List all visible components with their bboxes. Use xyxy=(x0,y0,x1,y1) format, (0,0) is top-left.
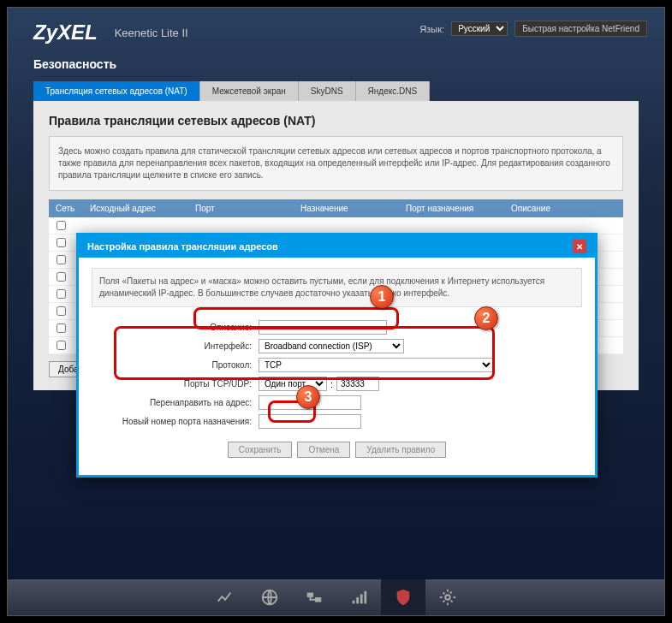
nav-monitor-icon[interactable] xyxy=(203,579,247,615)
tabs: Трансляция сетевых адресов (NAT) Межсете… xyxy=(33,81,639,101)
desc-input[interactable] xyxy=(259,320,387,335)
redirect-label: Перенаправить на адрес: xyxy=(92,398,259,407)
row-checkbox[interactable] xyxy=(56,289,67,299)
row-checkbox[interactable] xyxy=(56,341,67,350)
row-checkbox[interactable] xyxy=(56,306,67,316)
modal-title: Настройка правила трансляции адресов xyxy=(87,241,278,252)
row-checkbox[interactable] xyxy=(56,323,67,333)
nat-rule-modal: Настройка правила трансляции адресов ✕ П… xyxy=(76,233,598,478)
col-destport: Порт назначения xyxy=(406,204,511,213)
nav-network-icon[interactable] xyxy=(292,579,336,615)
logo: ZyXEL xyxy=(33,21,98,44)
desc-label: Описание: xyxy=(92,323,259,332)
row-checkbox[interactable] xyxy=(56,221,67,230)
panel-title: Правила трансляции сетевых адресов (NAT) xyxy=(49,114,623,128)
nav-globe-icon[interactable] xyxy=(247,579,292,615)
annotation-badge-2: 2 xyxy=(474,306,498,330)
tab-firewall[interactable]: Межсетевой экран xyxy=(200,81,299,101)
panel-info: Здесь можно создать правила для статичес… xyxy=(49,136,623,191)
protocol-select[interactable]: TCP xyxy=(259,358,494,372)
tab-nat[interactable]: Трансляция сетевых адресов (NAT) xyxy=(33,81,200,101)
lang-label: Язык: xyxy=(419,24,444,34)
modal-info: Поля «Пакеты на адрес» и «маска» можно о… xyxy=(92,268,582,307)
protocol-label: Протокол: xyxy=(92,360,259,370)
svg-point-7 xyxy=(445,595,450,600)
row-checkbox[interactable] xyxy=(56,272,67,282)
annotation-badge-3: 3 xyxy=(296,385,320,409)
section-title: Безопасность xyxy=(8,53,664,81)
newport-label: Новый номер порта назначения: xyxy=(92,417,259,426)
ports-label: Порты TCP/UDP: xyxy=(92,379,259,389)
col-src: Исходный адрес xyxy=(90,204,195,213)
row-checkbox[interactable] xyxy=(56,255,67,264)
delete-rule-button[interactable]: Удалить правило xyxy=(355,442,446,458)
newport-input[interactable] xyxy=(259,414,361,429)
cancel-button[interactable]: Отмена xyxy=(297,442,350,458)
nav-shield-icon[interactable] xyxy=(381,579,425,615)
ports-input[interactable] xyxy=(336,377,379,391)
close-icon[interactable]: ✕ xyxy=(573,240,586,253)
row-checkbox[interactable] xyxy=(56,238,67,247)
interface-select[interactable]: Broadband connection (ISP) xyxy=(259,339,404,353)
nav-gear-icon[interactable] xyxy=(425,579,470,615)
interface-label: Интерфейс: xyxy=(92,341,259,351)
lang-select[interactable]: Русский xyxy=(451,21,508,36)
nav-wifi-icon[interactable] xyxy=(336,579,381,615)
tab-skydns[interactable]: SkyDNS xyxy=(299,81,356,101)
save-button[interactable]: Сохранить xyxy=(228,442,293,458)
col-net: Сеть xyxy=(56,204,90,213)
annotation-badge-1: 1 xyxy=(370,285,394,309)
netfriend-button[interactable]: Быстрая настройка NetFriend xyxy=(514,21,647,37)
tab-yandexdns[interactable]: Яндекс.DNS xyxy=(356,81,431,101)
svg-rect-5 xyxy=(360,594,362,603)
svg-rect-1 xyxy=(306,593,312,598)
bottom-nav xyxy=(8,579,664,615)
svg-rect-4 xyxy=(356,597,359,603)
product-name: Keenetic Lite II xyxy=(115,27,188,39)
svg-rect-3 xyxy=(352,601,354,604)
table-row[interactable] xyxy=(49,217,623,234)
col-dest: Назначение xyxy=(300,204,406,213)
col-desc: Описание xyxy=(511,204,616,213)
table-header: Сеть Исходный адрес Порт Назначение Порт… xyxy=(49,199,623,217)
svg-rect-6 xyxy=(364,591,366,604)
col-port: Порт xyxy=(195,204,300,213)
svg-rect-2 xyxy=(314,597,320,602)
